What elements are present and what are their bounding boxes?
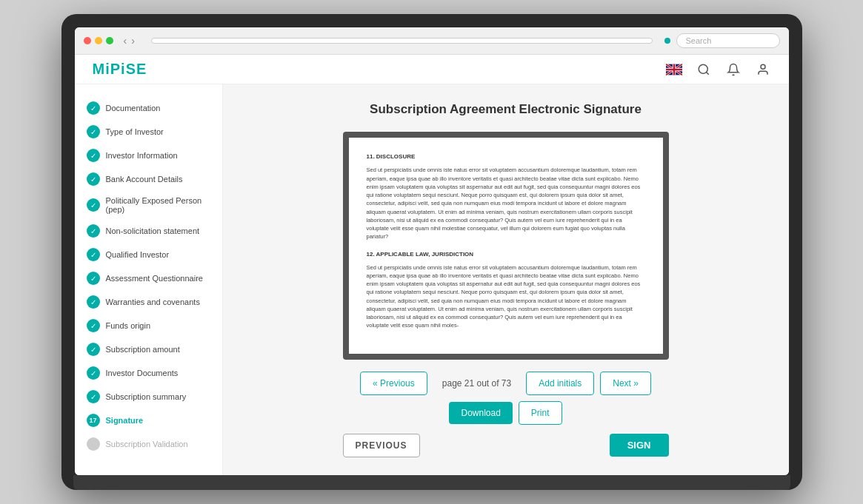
sidebar-label: Assessment Questionnaire <box>106 274 203 283</box>
main-content: ✓ Documentation ✓ Type of Investor ✓ Inv… <box>75 84 789 474</box>
sidebar-label: Documentation <box>106 104 161 112</box>
profile-button[interactable] <box>755 61 771 78</box>
sidebar-label: Investor Information <box>106 151 178 160</box>
check-icon: ✓ <box>87 149 100 162</box>
check-icon: ✓ <box>87 295 100 309</box>
close-dot[interactable] <box>84 37 91 44</box>
back-button[interactable]: ‹ <box>124 35 127 47</box>
badge-icon: 17 <box>87 414 100 427</box>
page-info: page 21 out of 73 <box>433 372 520 394</box>
check-icon: ✓ <box>87 366 100 380</box>
svg-point-1 <box>699 64 707 73</box>
laptop-screen: ‹ › Search MiPiSE <box>75 27 789 474</box>
check-icon: ✓ <box>87 390 100 403</box>
content-area: Subscription Agreement Electronic Signat… <box>223 84 789 474</box>
laptop-container: ‹ › Search MiPiSE <box>61 14 802 489</box>
sign-button[interactable]: SIGN <box>610 434 669 457</box>
sidebar-item-warranties[interactable]: ✓ Warranties and covenants <box>75 290 222 314</box>
section2-title: 12. APPLICABLE LAW, JURISDICTION <box>367 250 645 259</box>
user-icon <box>756 63 770 76</box>
search-placeholder: Search <box>686 36 712 45</box>
sidebar-label: Type of Investor <box>106 127 164 136</box>
sidebar-label: Qualified Investor <box>106 250 170 259</box>
check-icon: ✓ <box>87 224 100 238</box>
maximize-dot[interactable] <box>106 37 113 44</box>
sidebar-item-subscription-summary[interactable]: ✓ Subscription summary <box>75 385 222 409</box>
sidebar-label: Politically Exposed Person (pep) <box>106 196 210 214</box>
sidebar-item-documentation[interactable]: ✓ Documentation <box>75 96 222 120</box>
sidebar-item-investor-info[interactable]: ✓ Investor Information <box>75 144 222 167</box>
sidebar-item-subscription-validation[interactable]: Subscription Validation <box>75 432 222 456</box>
sidebar-item-funds-origin[interactable]: ✓ Funds origin <box>75 314 222 337</box>
check-icon: ✓ <box>87 172 100 186</box>
language-selector[interactable] <box>666 61 682 78</box>
section1-text: Sed ut perspiciatis unde omnis iste natu… <box>367 166 645 241</box>
page-title: Subscription Agreement Electronic Signat… <box>247 102 765 117</box>
logo-text2: SE <box>126 61 147 77</box>
minimize-dot[interactable] <box>95 37 102 44</box>
nav-icons <box>666 61 771 78</box>
next-button[interactable]: Next » <box>600 372 651 395</box>
sidebar-item-investor-documents[interactable]: ✓ Investor Documents <box>75 361 222 385</box>
sidebar-label: Subscription Validation <box>106 440 188 448</box>
sidebar-label: Investor Documents <box>106 369 179 377</box>
search-icon <box>697 63 710 76</box>
sidebar-label: Bank Account Details <box>106 175 183 184</box>
check-icon: ✓ <box>87 125 100 138</box>
sidebar-item-non-solicitation[interactable]: ✓ Non-solicitation statement <box>75 219 222 243</box>
logo[interactable]: MiPiSE <box>93 61 147 78</box>
print-button[interactable]: Print <box>519 401 562 425</box>
sidebar-item-type-investor[interactable]: ✓ Type of Investor <box>75 120 222 144</box>
check-icon: ✓ <box>87 198 100 212</box>
sidebar-item-subscription-amount[interactable]: ✓ Subscription amount <box>75 337 222 361</box>
notifications-button[interactable] <box>725 61 742 78</box>
check-icon: ✓ <box>87 343 100 356</box>
sidebar-item-bank-account[interactable]: ✓ Bank Account Details <box>75 167 222 191</box>
flag-icon <box>666 63 682 76</box>
url-bar[interactable] <box>151 38 653 44</box>
check-icon: ✓ <box>87 101 100 115</box>
svg-line-2 <box>706 72 708 74</box>
bell-icon <box>727 63 740 76</box>
browser-bar: ‹ › Search <box>75 27 789 55</box>
check-icon: ✓ <box>87 319 100 332</box>
document-viewer: 11. DISCLOSURE Sed ut perspiciatis unde … <box>343 132 669 359</box>
sidebar-label: Signature <box>106 416 144 425</box>
previous-button[interactable]: « Previous <box>360 372 427 395</box>
forward-button[interactable]: › <box>131 35 135 47</box>
sidebar-label: Subscription summary <box>106 392 187 401</box>
nav-buttons-container: « Previous page 21 out of 73 Add initial… <box>336 372 676 457</box>
check-icon: ✓ <box>87 248 100 261</box>
laptop-base <box>73 475 790 490</box>
check-icon: ✓ <box>87 272 100 285</box>
browser-dots <box>84 37 113 44</box>
document-page: 11. DISCLOSURE Sed ut perspiciatis unde … <box>349 138 663 353</box>
sidebar-label: Funds origin <box>106 321 151 330</box>
logo-accent: Pi <box>110 61 126 77</box>
section1-title: 11. DISCLOSURE <box>367 152 645 161</box>
section2-text: Sed ut perspiciatis unde omnis iste natu… <box>367 263 645 330</box>
sidebar-label: Non-solicitation statement <box>106 226 200 235</box>
sidebar-item-assessment[interactable]: ✓ Assessment Questionnaire <box>75 266 222 290</box>
nav-bar-row1: « Previous page 21 out of 73 Add initial… <box>336 372 676 425</box>
top-nav: MiPiSE <box>75 55 789 84</box>
sidebar-label: Warranties and covenants <box>106 298 200 306</box>
previous-upper-button[interactable]: PREVIOUS <box>343 434 420 457</box>
add-initials-button[interactable]: Add initials <box>526 372 594 395</box>
download-button[interactable]: Download <box>449 402 512 424</box>
sidebar-item-pep[interactable]: ✓ Politically Exposed Person (pep) <box>75 191 222 219</box>
sidebar-item-qualified-investor[interactable]: ✓ Qualified Investor <box>75 243 222 266</box>
webcam <box>664 38 670 44</box>
sidebar-label: Subscription amount <box>106 345 180 354</box>
sidebar: ✓ Documentation ✓ Type of Investor ✓ Inv… <box>75 84 223 474</box>
svg-point-3 <box>761 64 765 69</box>
search-button[interactable] <box>696 61 712 78</box>
logo-text: Mi <box>93 61 110 77</box>
nav-bar-row2: PREVIOUS SIGN <box>343 434 669 457</box>
sidebar-item-signature[interactable]: 17 Signature <box>75 409 222 432</box>
browser-search[interactable]: Search <box>676 33 780 48</box>
grey-badge-icon <box>87 437 100 451</box>
